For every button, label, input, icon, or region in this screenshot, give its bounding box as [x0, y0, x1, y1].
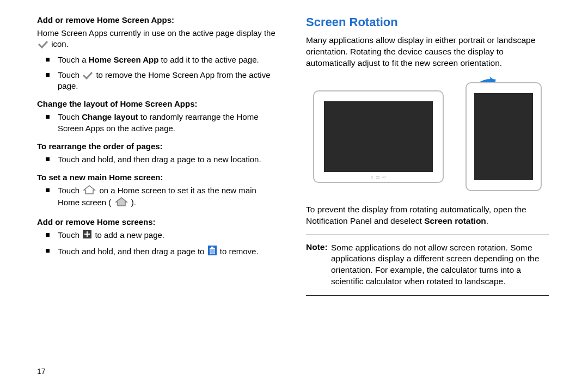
text: to add a new page. — [95, 230, 164, 240]
checkmark-icon — [38, 41, 48, 48]
text-bold: Home Screen App — [89, 55, 159, 64]
tablet-buttons-row: ⌂ ▭ ↩ — [314, 175, 443, 180]
text: to add it to the active page. — [158, 55, 259, 64]
text: Touch — [58, 230, 82, 240]
text-bold: Change layout — [82, 112, 138, 121]
tablet-screen — [324, 101, 433, 172]
text: Touch — [58, 186, 82, 195]
svg-rect-10 — [210, 248, 215, 249]
paragraph-rotation-intro: Many applications allow display in eithe… — [306, 35, 549, 69]
right-column: Screen Rotation Many applications allow … — [293, 15, 549, 387]
note-block: Note: Some applications do not allow scr… — [306, 242, 549, 288]
bullet-list: Touch on a Home screen to set it as the … — [42, 185, 280, 210]
plus-icon — [83, 230, 91, 241]
bullet-item: Touch and hold, and then drag a page to … — [42, 246, 280, 258]
paragraph-prevent-rotation: To prevent the display from rotating aut… — [306, 204, 549, 227]
trash-icon — [208, 246, 217, 258]
bullet-list: Touch to add a new page. Touch and hold,… — [42, 230, 280, 259]
note-separator — [306, 235, 549, 235]
text-bold: Screen rotation — [424, 216, 486, 225]
text: Home Screen Apps currently in use on the… — [37, 28, 275, 38]
text: Touch — [58, 112, 82, 121]
tablet-screen — [474, 93, 533, 180]
tablet-landscape-illustration: ⌂ ▭ ↩ — [313, 90, 444, 183]
checkmark-icon — [83, 72, 93, 79]
paragraph-apps-icon: Home Screen Apps currently in use on the… — [37, 28, 280, 50]
heading-add-remove-screens: Add or remove Home screens: — [37, 217, 280, 226]
bullet-list: Touch Change layout to randomly rearrang… — [42, 112, 280, 134]
page-number: 17 — [37, 367, 46, 376]
text: to remove. — [220, 247, 259, 256]
text: . — [486, 216, 488, 225]
home-filled-icon — [115, 197, 128, 209]
note-separator — [306, 295, 549, 296]
bullet-item: Touch to add a new page. — [42, 230, 280, 242]
bullet-item: Touch Change layout to randomly rearrang… — [42, 112, 280, 134]
bullet-list: Touch a Home Screen App to add it to the… — [42, 54, 280, 92]
tablet-portrait-illustration — [465, 82, 542, 191]
left-column: Add or remove Home Screen Apps: Home Scr… — [37, 15, 293, 387]
text: Touch and hold, and then drag a page to — [58, 247, 207, 256]
section-title-screen-rotation: Screen Rotation — [306, 15, 549, 29]
svg-rect-4 — [84, 234, 90, 235]
home-outline-icon — [83, 185, 96, 197]
svg-rect-11 — [211, 247, 213, 248]
figure-rotation: ⌂ ▭ ↩ — [306, 77, 549, 197]
bullet-item: Touch to remove the Home Screen App from… — [42, 70, 280, 92]
bullet-list: Touch and hold, and then drag a page to … — [42, 154, 280, 165]
svg-marker-0 — [84, 186, 95, 194]
text: To prevent the display from rotating aut… — [306, 205, 526, 225]
note-body: Some applications do not allow screen ro… — [306, 242, 549, 288]
text: icon. — [51, 39, 69, 48]
heading-change-layout: Change the layout of Home Screen Apps: — [37, 99, 280, 108]
heading-add-remove-apps: Add or remove Home Screen Apps: — [37, 15, 280, 24]
text: Touch a — [58, 55, 89, 64]
svg-marker-1 — [116, 198, 127, 206]
bullet-item: Touch and hold, and then drag a page to … — [42, 154, 280, 165]
manual-page: Add or remove Home Screen Apps: Home Scr… — [0, 0, 588, 392]
text: Touch — [58, 70, 82, 79]
bullet-item: Touch on a Home screen to set it as the … — [42, 185, 280, 210]
heading-set-main-home: To set a new main Home screen: — [37, 173, 280, 182]
bullet-item: Touch a Home Screen App to add it to the… — [42, 54, 280, 65]
note-label: Note: — [306, 242, 328, 252]
text: ). — [131, 198, 136, 207]
heading-rearrange-pages: To rearrange the order of pages: — [37, 142, 280, 151]
